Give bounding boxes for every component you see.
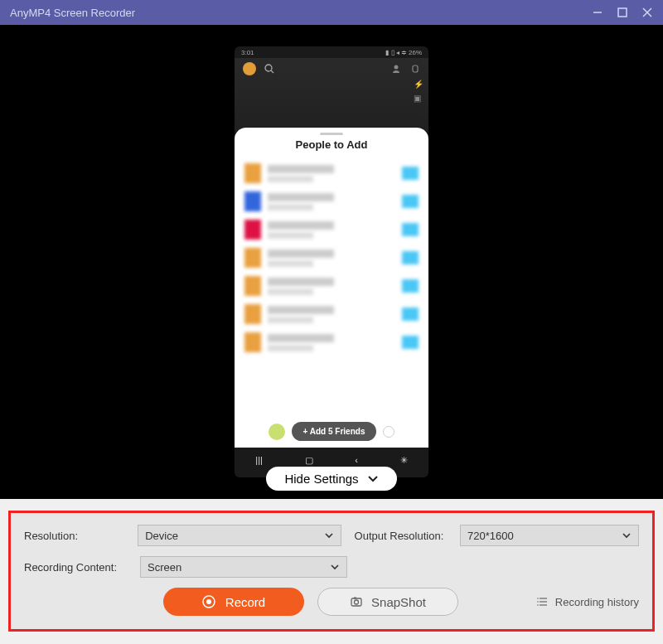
window-controls: [592, 7, 653, 18]
recording-content-select[interactable]: Screen: [140, 556, 347, 578]
svg-point-9: [206, 599, 211, 604]
snap-toolbar: [235, 58, 428, 80]
list-item: [235, 215, 428, 244]
chevron-down-icon: [324, 530, 334, 540]
home-icon[interactable]: ▢: [305, 455, 313, 466]
sheet-handle[interactable]: [320, 133, 343, 135]
list-item: [235, 187, 428, 215]
svg-rect-7: [413, 65, 418, 72]
resolution-value: Device: [145, 530, 178, 542]
minimize-icon[interactable]: [592, 7, 603, 18]
camera-tools: ⚡ ▣: [414, 80, 423, 103]
list-item: [235, 328, 428, 356]
search-icon: [264, 64, 274, 74]
svg-point-4: [265, 65, 272, 71]
camera-icon: [350, 595, 363, 608]
svg-line-5: [271, 70, 273, 73]
snapshot-button[interactable]: SnapShot: [317, 588, 458, 616]
output-resolution-select[interactable]: 720*1600: [460, 525, 639, 546]
record-icon: [202, 595, 215, 608]
phone-statusbar: 3:01 ▮ ▯ ◂ ≑26%: [235, 46, 428, 58]
video-icon: ▣: [414, 94, 423, 103]
record-label: Record: [225, 595, 265, 609]
add-friend-icon: [392, 64, 402, 74]
resolution-select[interactable]: Device: [138, 525, 341, 546]
chevron-down-icon: [330, 562, 340, 572]
record-button[interactable]: Record: [163, 588, 304, 616]
add-friends-button[interactable]: + Add 5 Friends: [292, 422, 377, 441]
sheet-title: People to Add: [235, 138, 428, 151]
profile-icon: [243, 62, 256, 75]
list-item: [235, 272, 428, 300]
svg-point-11: [355, 600, 359, 604]
preview-area: 3:01 ▮ ▯ ◂ ≑26% ⚡ ▣ People to Add: [0, 25, 663, 499]
output-resolution-label: Output Resolution:: [355, 530, 460, 542]
recent-icon[interactable]: |||: [255, 455, 263, 465]
titlebar: AnyMP4 Screen Recorder: [0, 0, 663, 25]
snap-top: ⚡ ▣: [235, 58, 428, 131]
chevron-down-icon: [367, 473, 379, 485]
back-icon[interactable]: ‹: [355, 455, 358, 465]
svg-point-18: [537, 604, 539, 606]
svg-rect-10: [351, 598, 361, 606]
sheet-bottom: + Add 5 Friends: [235, 422, 428, 441]
snapshot-label: SnapShot: [371, 595, 426, 609]
recording-history-link[interactable]: Recording history: [537, 596, 639, 608]
list-item: [235, 244, 428, 272]
flip-icon: [410, 64, 420, 74]
selection-circle: [383, 426, 394, 438]
hide-settings-wrap: Hide Settings: [0, 467, 663, 491]
list-icon: [537, 596, 549, 608]
hide-settings-label: Hide Settings: [284, 472, 358, 486]
list-item: [235, 159, 428, 187]
status-battery: 26%: [409, 49, 422, 56]
avatar: [269, 424, 285, 440]
svg-point-17: [537, 601, 539, 603]
recording-content-value: Screen: [148, 561, 181, 574]
flash-icon: ⚡: [414, 80, 423, 89]
close-icon[interactable]: [641, 7, 653, 18]
resolution-label: Resolution:: [24, 530, 138, 542]
app-title: AnyMP4 Screen Recorder: [10, 7, 592, 19]
output-resolution-value: 720*1600: [467, 530, 514, 542]
recording-history-label: Recording history: [555, 596, 639, 608]
list-item: [235, 300, 428, 328]
assistant-icon[interactable]: ✳: [400, 455, 408, 466]
svg-point-16: [537, 598, 539, 599]
settings-panel: Resolution: Device Output Resolution: 72…: [8, 511, 655, 632]
svg-rect-1: [618, 8, 627, 17]
recording-content-label: Recording Content:: [24, 561, 140, 574]
status-time: 3:01: [241, 49, 254, 56]
svg-point-6: [394, 65, 399, 70]
hide-settings-button[interactable]: Hide Settings: [266, 467, 396, 491]
phone-mirror: 3:01 ▮ ▯ ◂ ≑26% ⚡ ▣ People to Add: [235, 46, 428, 477]
people-sheet: People to Add + Add 5 Friends: [235, 128, 428, 448]
chevron-down-icon: [622, 530, 632, 540]
svg-rect-12: [354, 598, 356, 599]
maximize-icon[interactable]: [617, 7, 628, 18]
